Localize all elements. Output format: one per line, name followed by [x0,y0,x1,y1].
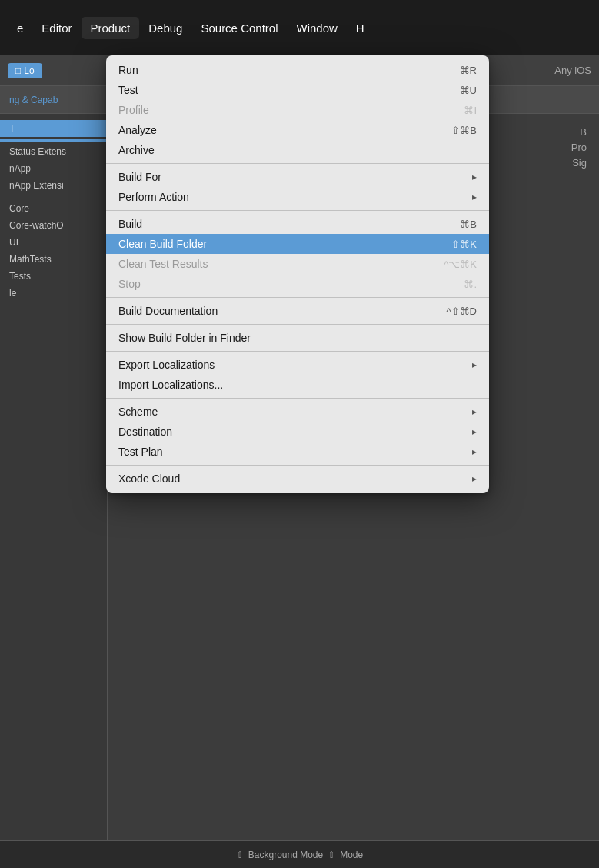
sidebar-item-napp[interactable]: nApp [0,160,107,177]
sidebar-item-mathtests[interactable]: MathTests [0,251,107,268]
chevron-right-icon: ▸ [472,426,477,437]
separator-5 [106,351,489,352]
bg-main-b: B [580,126,587,138]
menu-item-perform-action[interactable]: Perform Action ▸ [106,187,489,207]
menu-item-stop: Stop ⌘. [106,274,489,294]
sidebar-item-le[interactable]: le [0,285,107,302]
sidebar-item-napp-ext[interactable]: nApp Extensi [0,177,107,194]
separator-1 [106,163,489,164]
bg-main-pro: Pro [571,142,587,153]
chevron-right-icon: ▸ [472,406,477,417]
bottom-bar-text: ⇧ Background Mode ⇧ Mode [236,850,363,860]
menu-item-archive[interactable]: Archive [106,140,489,160]
separator-7 [106,465,489,466]
menu-item-run[interactable]: Run ⌘R [106,60,489,80]
bg-right-toolbar: Any iOS [554,65,591,76]
menu-item-help[interactable]: H [347,17,374,39]
menu-item-clean-build-folder[interactable]: Clean Build Folder ⇧⌘K [106,234,489,254]
menu-item-scheme[interactable]: Scheme ▸ [106,402,489,422]
bottom-bar: ⇧ Background Mode ⇧ Mode [0,840,599,868]
menu-item-export-localizations[interactable]: Export Localizations ▸ [106,355,489,375]
menu-item-debug[interactable]: Debug [139,17,191,39]
menu-item-import-localizations[interactable]: Import Localizations... [106,375,489,395]
chevron-right-icon: ▸ [472,172,477,182]
menu-item-test-plan[interactable]: Test Plan ▸ [106,442,489,462]
separator-4 [106,324,489,325]
menu-item-clean-test-results: Clean Test Results ^⌥⌘K [106,254,489,274]
menu-item-product[interactable]: Product [82,17,140,39]
chevron-right-icon: ▸ [472,473,477,484]
separator-2 [106,210,489,211]
menu-item-show-build-folder[interactable]: Show Build Folder in Finder [106,328,489,348]
chevron-right-icon: ▸ [472,446,477,457]
sidebar-item-0[interactable]: T [0,120,107,137]
menu-item-build-documentation[interactable]: Build Documentation ^⇧⌘D [106,301,489,321]
sidebar-item-tests[interactable]: Tests [0,268,107,285]
bg-sidebar: T Status Extens nApp nApp Extensi Core C… [0,114,108,868]
menu-item-analyze[interactable]: Analyze ⇧⌘B [106,120,489,140]
separator-3 [106,297,489,298]
menu-item-source-control[interactable]: Source Control [191,17,287,39]
separator-6 [106,398,489,399]
sidebar-item-core[interactable]: Core [0,200,107,217]
sidebar-item-status[interactable]: Status Extens [0,143,107,160]
menu-item-build-for[interactable]: Build For ▸ [106,167,489,187]
product-menu: Run ⌘R Test ⌘U Profile ⌘I Analyze ⇧⌘B Ar… [106,55,489,493]
sidebar-item-core-watch[interactable]: Core-watchO [0,217,107,234]
menu-bar: e Editor Product Debug Source Control Wi… [0,0,599,55]
bg-toolbar-scheme: □ Lo [8,63,42,78]
menu-item-profile: Profile ⌘I [106,100,489,120]
sidebar-item-ui[interactable]: UI [0,234,107,251]
menu-item-editor[interactable]: Editor [32,17,81,39]
chevron-right-icon: ▸ [472,192,477,202]
bg-main-sig: Sig [572,157,587,169]
menu-item-destination[interactable]: Destination ▸ [106,422,489,442]
menu-item-test[interactable]: Test ⌘U [106,80,489,100]
menu-item-e[interactable]: e [8,17,32,39]
menu-item-build[interactable]: Build ⌘B [106,214,489,234]
menu-item-window[interactable]: Window [288,17,347,39]
sidebar-item-spacer [0,194,107,200]
menu-item-xcode-cloud[interactable]: Xcode Cloud ▸ [106,469,489,489]
chevron-right-icon: ▸ [472,359,477,370]
